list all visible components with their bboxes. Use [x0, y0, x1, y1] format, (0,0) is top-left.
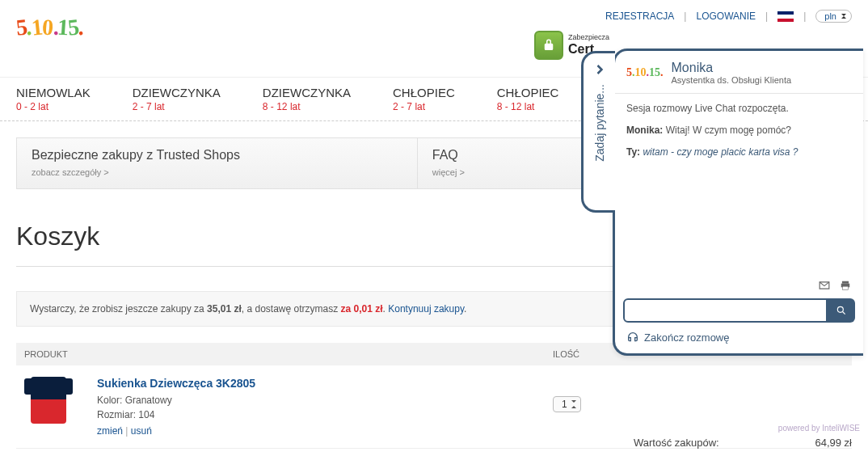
chat-input[interactable] [623, 298, 828, 323]
chevron-right-icon [592, 61, 608, 78]
badge-small-text: Zabezpiecza [568, 34, 609, 42]
agent-name: Monika [672, 61, 792, 75]
separator: | [765, 11, 768, 22]
change-link[interactable]: zmień [97, 425, 123, 437]
search-icon [836, 305, 847, 316]
chat-collapse-tab[interactable]: Zadaj pytanie... [581, 51, 615, 213]
continue-shopping-link[interactable]: Kontynuuj zakupy [388, 303, 464, 315]
cart-table: PRODUKT ILOŚĆ Sukienka Dziewczęca 3K2805… [16, 343, 852, 449]
chat-session-msg: Sesja rozmowy Live Chat rozpoczęta. [626, 102, 852, 116]
col-product: PRODUKT [24, 349, 553, 359]
product-name[interactable]: Sukienka Dziewczęca 3K2805 [97, 377, 553, 390]
chat-send-button[interactable] [828, 298, 855, 323]
summary-value: 64,99 zł [815, 437, 852, 449]
chat-message-agent: Monika: Witaj! W czym mogę pomóc? [626, 124, 852, 137]
register-link[interactable]: REJESTRACJA [605, 11, 674, 22]
logo[interactable]: 5.10.15. [16, 15, 83, 40]
svg-rect-2 [843, 286, 849, 289]
top-bar: REJESTRACJA | LOGOWANIE | | pln [605, 10, 852, 23]
chat-toolbar [615, 280, 863, 298]
svg-rect-0 [842, 281, 849, 284]
qty-cell: 1 [553, 377, 650, 412]
product-thumbnail[interactable] [24, 377, 73, 425]
separator: | [803, 11, 806, 22]
chat-messages: Sesja rozmowy Live Chat rozpoczęta. Moni… [615, 94, 863, 280]
nav-cat-chlopiec-2-7[interactable]: CHŁOPIEC2 - 7 lat [393, 78, 473, 120]
card-trusted-shops[interactable]: Bezpieczne zakupy z Trusted Shops zobacz… [17, 138, 418, 188]
flag-uk-icon[interactable] [777, 11, 794, 22]
shipping-price: za 0,01 zł [341, 303, 383, 315]
separator: | [684, 11, 686, 22]
card-title: Bezpieczne zakupy z Trusted Shops [32, 148, 402, 163]
chat-logo-icon: 5.10.15. [626, 66, 664, 79]
nav-cat-dziewczynka-8-12[interactable]: DZIEWCZYNKA8 - 12 lat [263, 78, 369, 120]
powered-by: powered by InteliWISE [778, 424, 860, 433]
currency-select[interactable]: pln [815, 10, 852, 23]
print-icon[interactable] [839, 280, 852, 291]
end-chat-button[interactable]: Zakończ rozmowę [615, 323, 863, 353]
lock-shield-icon [534, 31, 563, 60]
order-summary: Wartość zakupów: 64,99 zł [634, 437, 852, 449]
summary-label: Wartość zakupów: [634, 437, 719, 449]
product-size: Rozmiar: 104 [97, 407, 553, 422]
remove-link[interactable]: usuń [131, 425, 152, 437]
chat-header: 5.10.15. Monika Asystentka ds. Obsługi K… [615, 51, 863, 94]
svg-point-3 [837, 306, 843, 312]
qty-select[interactable]: 1 [553, 396, 581, 412]
agent-role: Asystentka ds. Obsługi Klienta [672, 75, 792, 85]
headset-icon [626, 331, 639, 344]
chat-tab-label: Zadaj pytanie... [593, 84, 606, 162]
chat-input-row [615, 298, 863, 323]
nav-cat-dziewczynka-2-7[interactable]: DZIEWCZYNKA2 - 7 lat [133, 78, 238, 120]
card-link[interactable]: zobacz szczegóły > [32, 167, 402, 177]
nav-cat-niemowlak[interactable]: NIEMOWLAK0 - 2 lat [16, 78, 108, 120]
nav-cat-chlopiec-8-12[interactable]: CHŁOPIEC8 - 12 lat [497, 78, 577, 120]
product-color: Kolor: Granatowy [97, 393, 553, 407]
product-details: Sukienka Dziewczęca 3K2805 Kolor: Granat… [97, 377, 553, 437]
remaining-amount: 35,01 zł [207, 303, 242, 315]
login-link[interactable]: LOGOWANIE [696, 11, 756, 22]
email-icon[interactable] [818, 280, 831, 291]
chat-widget: Zadaj pytanie... 5.10.15. Monika Asysten… [613, 49, 863, 356]
chat-message-user: Ty: witam - czy moge placic karta visa ? [626, 146, 852, 159]
